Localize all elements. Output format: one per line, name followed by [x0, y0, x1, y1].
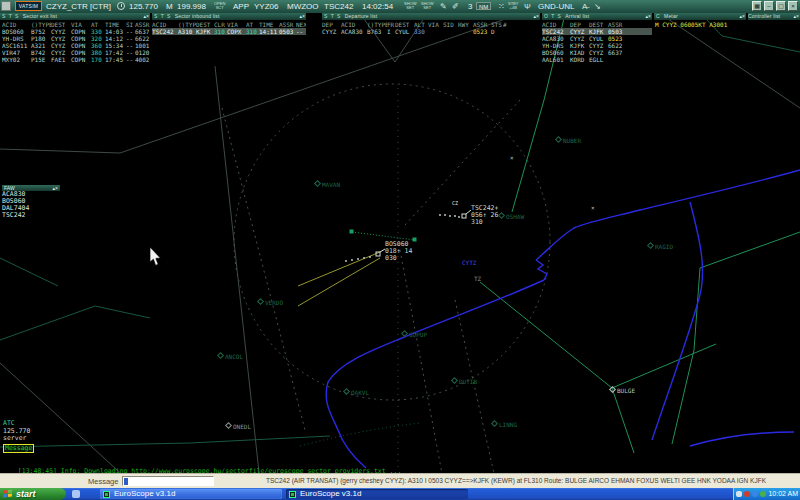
antenna-icon[interactable]: Ψ: [524, 0, 531, 13]
metar-line[interactable]: M CYYZ 06005KT A3001: [655, 21, 727, 28]
tray-alert-icon[interactable]: [744, 491, 750, 497]
list-row[interactable]: AAL601KORDEGLL: [542, 56, 652, 63]
list-title: Sector inbound list: [175, 13, 220, 19]
list-row[interactable]: BOS060KIADCYYZ6637: [542, 49, 652, 56]
tray-document-icon[interactable]: [736, 491, 742, 497]
start-button[interactable]: start: [0, 488, 66, 500]
list-row[interactable]: YH-DRSP180CYYZCOPN32014:12--6622: [2, 35, 152, 42]
fix-label: OAKVL: [344, 389, 369, 396]
taskbar-window-button[interactable]: EuroScope v3.1d: [286, 489, 468, 499]
minimize-button[interactable]: –: [764, 1, 774, 11]
collapse-close-buttons[interactable]: ▴×: [300, 13, 305, 20]
sort-buttons[interactable]: S T S: [2, 13, 19, 19]
voice-mode[interactable]: M: [166, 0, 173, 13]
sort-buttons[interactable]: C: [656, 13, 661, 19]
exit-list-bar[interactable]: S T S Sector exit list ▴×: [0, 13, 150, 20]
col-time: 17:42: [105, 49, 126, 56]
header-cell: ASSR: [473, 21, 491, 28]
tag-cleared-level[interactable]: 030: [385, 255, 412, 262]
collapse-close-buttons[interactable]: ▴×: [740, 13, 745, 20]
stby-button[interactable]: STBY+4B: [508, 2, 518, 10]
restore-button[interactable]: ▢: [776, 1, 786, 11]
col-type: B742: [31, 49, 51, 56]
collapse-close-buttons[interactable]: ▴×: [53, 185, 58, 191]
collapse-close-buttons[interactable]: ▴×: [534, 13, 539, 20]
tray-network-icon[interactable]: [752, 491, 758, 497]
sort-buttons[interactable]: S T S: [324, 13, 341, 19]
selected-aircraft[interactable]: TSC242: [324, 0, 353, 13]
list-row[interactable]: ASC1611A321CYYZCOPN36015:34--1001: [2, 42, 152, 49]
controller-list-bar[interactable]: Controller list ▴×: [748, 13, 800, 20]
header-cell: ()TYPE: [31, 21, 51, 28]
server-label[interactable]: server: [3, 435, 34, 443]
window-title: EuroScope v3.1d: [300, 489, 361, 498]
header-cell: TIME: [259, 21, 279, 28]
close-button[interactable]: ×: [788, 1, 798, 11]
col-dest: KJFK: [196, 28, 214, 35]
col-si: --: [126, 35, 135, 42]
departure-list-bar[interactable]: S T S Departure list ▴×: [322, 13, 540, 20]
collapse-close-buttons[interactable]: ▴×: [646, 13, 651, 20]
faw-aircraft[interactable]: TSC242: [2, 212, 60, 219]
pencil-icon[interactable]: ✎: [440, 0, 447, 13]
message-bar: Message TSC242 (AIR TRANSAT) (gerry ches…: [0, 473, 800, 488]
inbound-list-bar[interactable]: S T S Sector inbound list ▴×: [152, 13, 306, 20]
text-tool-icon[interactable]: A̶: [582, 0, 587, 13]
vatsim-logo[interactable]: VATSIM: [15, 1, 42, 11]
clock-icon[interactable]: [117, 2, 125, 10]
secondary-frequency[interactable]: 199.998: [177, 0, 206, 13]
header-cell: ACID: [152, 21, 178, 28]
list-row[interactable]: VIR47B742CYYZCOPN38017:42--0120: [2, 49, 152, 56]
datatag-tsc242[interactable]: TSC242+ 056↑ 26 310: [471, 205, 498, 226]
col-assr: 6622: [608, 42, 626, 49]
primary-frequency[interactable]: 125.770: [129, 0, 158, 13]
quick-launch-icon[interactable]: [72, 490, 80, 498]
list-row[interactable]: BOS060B752CYYZCOPN33014:03--6637: [2, 28, 152, 35]
list-row[interactable]: MXY02P15EFAE1COPN17017:45--4002: [2, 56, 152, 63]
metar-list-bar[interactable]: C Metar ▴×: [654, 13, 746, 20]
app-icon[interactable]: [1, 1, 11, 11]
position2-selector[interactable]: MWZOO: [287, 0, 319, 13]
utc-clock: 14:02:54: [362, 0, 393, 13]
tag-cleared-level[interactable]: 310: [471, 219, 498, 226]
open-sct-button[interactable]: OPENSCT: [214, 2, 225, 10]
col-acid: YH-DRS: [2, 35, 31, 42]
sort-buttons[interactable]: O T S: [544, 13, 562, 19]
message-input[interactable]: [122, 476, 214, 486]
arrival-list-bar[interactable]: O T S Arrival list ▴×: [542, 13, 652, 20]
show-set-button-2[interactable]: SHOWSET: [421, 2, 433, 10]
controller-callsign: CZYZ_CTR [CTR]: [46, 0, 111, 13]
taskbar-window-button[interactable]: EuroScope v3.1d: [100, 489, 282, 499]
list-row[interactable]: TSC242A310KJFK310COPX31014:110503--: [152, 28, 306, 35]
col-dest: KJFK: [589, 28, 608, 35]
start-label: start: [16, 489, 36, 499]
list-row[interactable]: TSC242CYYZKJFK0503: [542, 28, 652, 35]
list-row[interactable]: YH-DRSKJFKCYYZ6622: [542, 42, 652, 49]
header-cell: SID: [443, 21, 458, 28]
show-set-button-1[interactable]: SHOWSET: [404, 2, 416, 10]
range-value[interactable]: 3: [468, 0, 472, 13]
fix-label: VERDO: [258, 299, 283, 306]
menu-button[interactable]: ▦: [752, 1, 762, 11]
tray-app-icon[interactable]: [760, 491, 766, 497]
list-row[interactable]: ACA830CYYZCYUL0523: [542, 35, 652, 42]
col-dep: KJFK: [570, 42, 589, 49]
col-at: 360: [91, 42, 105, 49]
datatag-bos060[interactable]: BOS060 018↑ 14 030: [385, 241, 412, 262]
collapse-close-buttons[interactable]: ▴×: [794, 13, 799, 20]
position1-selector[interactable]: YYZ06: [254, 0, 278, 13]
fix-label: RAGID: [648, 243, 673, 250]
ruler-icon[interactable]: ✐: [452, 0, 459, 13]
vector-tool-icon[interactable]: ↘: [594, 0, 601, 13]
list-title: Controller list: [748, 13, 780, 19]
collapse-close-buttons[interactable]: ▴×: [144, 13, 149, 20]
col-assr: 1001: [135, 42, 152, 49]
facility-selector[interactable]: APP: [233, 0, 249, 13]
altitude-filter[interactable]: GND-UNL: [538, 0, 574, 13]
grid-icon[interactable]: ⁙: [498, 0, 505, 13]
list-row[interactable]: CYYZACA830B763ICYUL3300523D: [322, 28, 540, 35]
col-dest: CYUL: [589, 35, 608, 42]
range-unit-button[interactable]: NM: [476, 2, 491, 10]
sort-buttons[interactable]: S T S: [154, 13, 171, 19]
sector-green-lines: [480, 2, 800, 453]
